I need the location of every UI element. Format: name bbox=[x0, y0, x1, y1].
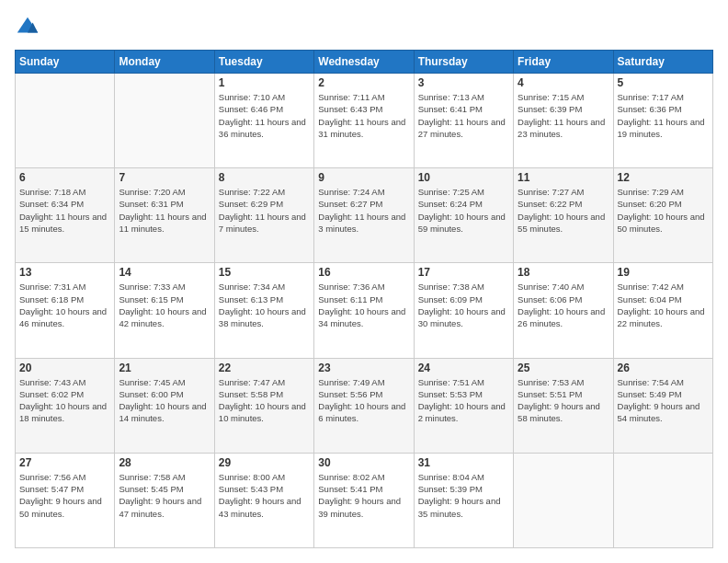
calendar-cell: 17Sunrise: 7:38 AM Sunset: 6:09 PM Dayli… bbox=[414, 263, 513, 358]
weekday-header-monday: Monday bbox=[115, 51, 214, 74]
day-number: 25 bbox=[518, 362, 609, 374]
day-number: 8 bbox=[219, 171, 310, 184]
day-number: 3 bbox=[418, 76, 509, 89]
week-row-3: 20Sunrise: 7:43 AM Sunset: 6:02 PM Dayli… bbox=[16, 358, 713, 453]
day-info: Sunrise: 7:27 AM Sunset: 6:22 PM Dayligh… bbox=[518, 186, 609, 235]
calendar-cell: 19Sunrise: 7:42 AM Sunset: 6:04 PM Dayli… bbox=[613, 263, 712, 358]
calendar-cell: 15Sunrise: 7:34 AM Sunset: 6:13 PM Dayli… bbox=[214, 263, 313, 358]
calendar-cell: 18Sunrise: 7:40 AM Sunset: 6:06 PM Dayli… bbox=[514, 263, 613, 358]
day-info: Sunrise: 7:22 AM Sunset: 6:29 PM Dayligh… bbox=[219, 186, 310, 235]
day-number: 12 bbox=[618, 171, 709, 184]
day-info: Sunrise: 7:11 AM Sunset: 6:43 PM Dayligh… bbox=[318, 91, 409, 140]
weekday-header-saturday: Saturday bbox=[613, 51, 712, 74]
day-info: Sunrise: 7:10 AM Sunset: 6:46 PM Dayligh… bbox=[219, 91, 310, 140]
day-info: Sunrise: 7:51 AM Sunset: 5:53 PM Dayligh… bbox=[418, 376, 509, 425]
calendar-cell: 9Sunrise: 7:24 AM Sunset: 6:27 PM Daylig… bbox=[314, 168, 414, 263]
day-number: 19 bbox=[618, 266, 709, 279]
week-row-2: 13Sunrise: 7:31 AM Sunset: 6:18 PM Dayli… bbox=[16, 263, 713, 358]
day-info: Sunrise: 7:13 AM Sunset: 6:41 PM Dayligh… bbox=[418, 91, 509, 140]
calendar-cell: 27Sunrise: 7:56 AM Sunset: 5:47 PM Dayli… bbox=[16, 453, 115, 547]
day-info: Sunrise: 7:56 AM Sunset: 5:47 PM Dayligh… bbox=[19, 471, 110, 520]
day-number: 18 bbox=[518, 266, 609, 279]
day-info: Sunrise: 7:38 AM Sunset: 6:09 PM Dayligh… bbox=[418, 281, 509, 329]
day-info: Sunrise: 8:02 AM Sunset: 5:41 PM Dayligh… bbox=[318, 471, 409, 520]
calendar-cell bbox=[16, 74, 115, 168]
day-number: 6 bbox=[19, 171, 110, 184]
calendar-cell: 16Sunrise: 7:36 AM Sunset: 6:11 PM Dayli… bbox=[314, 263, 414, 358]
day-info: Sunrise: 7:24 AM Sunset: 6:27 PM Dayligh… bbox=[318, 186, 409, 235]
day-number: 16 bbox=[318, 266, 409, 279]
day-number: 10 bbox=[418, 171, 509, 184]
day-number: 1 bbox=[219, 76, 310, 89]
weekday-header-sunday: Sunday bbox=[16, 51, 115, 74]
calendar-table: SundayMondayTuesdayWednesdayThursdayFrid… bbox=[15, 50, 713, 548]
calendar-cell: 10Sunrise: 7:25 AM Sunset: 6:24 PM Dayli… bbox=[414, 168, 513, 263]
day-info: Sunrise: 7:15 AM Sunset: 6:39 PM Dayligh… bbox=[518, 91, 609, 140]
weekday-header-row: SundayMondayTuesdayWednesdayThursdayFrid… bbox=[16, 51, 713, 74]
day-info: Sunrise: 8:04 AM Sunset: 5:39 PM Dayligh… bbox=[418, 471, 509, 520]
calendar-cell: 2Sunrise: 7:11 AM Sunset: 6:43 PM Daylig… bbox=[314, 74, 414, 168]
day-info: Sunrise: 7:20 AM Sunset: 6:31 PM Dayligh… bbox=[119, 186, 210, 235]
calendar-cell: 14Sunrise: 7:33 AM Sunset: 6:15 PM Dayli… bbox=[115, 263, 214, 358]
weekday-header-friday: Friday bbox=[514, 51, 613, 74]
day-info: Sunrise: 7:43 AM Sunset: 6:02 PM Dayligh… bbox=[19, 376, 110, 425]
calendar-cell bbox=[613, 453, 712, 547]
calendar-cell: 21Sunrise: 7:45 AM Sunset: 6:00 PM Dayli… bbox=[115, 358, 214, 453]
day-info: Sunrise: 7:45 AM Sunset: 6:00 PM Dayligh… bbox=[119, 376, 210, 425]
calendar-cell: 6Sunrise: 7:18 AM Sunset: 6:34 PM Daylig… bbox=[16, 168, 115, 263]
weekday-header-tuesday: Tuesday bbox=[214, 51, 313, 74]
day-info: Sunrise: 7:53 AM Sunset: 5:51 PM Dayligh… bbox=[518, 376, 609, 425]
day-number: 21 bbox=[119, 362, 210, 374]
calendar-cell bbox=[514, 453, 613, 547]
day-info: Sunrise: 7:49 AM Sunset: 5:56 PM Dayligh… bbox=[318, 376, 409, 425]
day-number: 14 bbox=[119, 266, 210, 279]
day-info: Sunrise: 7:58 AM Sunset: 5:45 PM Dayligh… bbox=[119, 471, 210, 520]
day-info: Sunrise: 7:25 AM Sunset: 6:24 PM Dayligh… bbox=[418, 186, 509, 235]
day-number: 5 bbox=[618, 76, 709, 89]
header bbox=[15, 15, 713, 40]
calendar-cell: 7Sunrise: 7:20 AM Sunset: 6:31 PM Daylig… bbox=[115, 168, 214, 263]
page: SundayMondayTuesdayWednesdayThursdayFrid… bbox=[0, 0, 728, 563]
calendar-cell: 4Sunrise: 7:15 AM Sunset: 6:39 PM Daylig… bbox=[514, 74, 613, 168]
calendar-cell: 29Sunrise: 8:00 AM Sunset: 5:43 PM Dayli… bbox=[214, 453, 313, 547]
day-info: Sunrise: 7:17 AM Sunset: 6:36 PM Dayligh… bbox=[618, 91, 709, 140]
day-number: 13 bbox=[19, 266, 110, 279]
day-info: Sunrise: 7:47 AM Sunset: 5:58 PM Dayligh… bbox=[219, 376, 310, 425]
calendar-cell: 23Sunrise: 7:49 AM Sunset: 5:56 PM Dayli… bbox=[314, 358, 414, 453]
day-info: Sunrise: 7:42 AM Sunset: 6:04 PM Dayligh… bbox=[618, 281, 709, 329]
logo bbox=[15, 15, 44, 40]
week-row-4: 27Sunrise: 7:56 AM Sunset: 5:47 PM Dayli… bbox=[16, 453, 713, 547]
weekday-header-wednesday: Wednesday bbox=[314, 51, 414, 74]
calendar-cell: 3Sunrise: 7:13 AM Sunset: 6:41 PM Daylig… bbox=[414, 74, 513, 168]
day-number: 24 bbox=[418, 362, 509, 374]
day-number: 15 bbox=[219, 266, 310, 279]
day-info: Sunrise: 7:31 AM Sunset: 6:18 PM Dayligh… bbox=[19, 281, 110, 329]
day-number: 28 bbox=[119, 456, 210, 469]
day-number: 31 bbox=[418, 456, 509, 469]
calendar-cell: 28Sunrise: 7:58 AM Sunset: 5:45 PM Dayli… bbox=[115, 453, 214, 547]
day-number: 7 bbox=[119, 171, 210, 184]
day-number: 30 bbox=[318, 456, 409, 469]
calendar-cell: 12Sunrise: 7:29 AM Sunset: 6:20 PM Dayli… bbox=[613, 168, 712, 263]
day-info: Sunrise: 7:34 AM Sunset: 6:13 PM Dayligh… bbox=[219, 281, 310, 329]
day-number: 11 bbox=[518, 171, 609, 184]
day-info: Sunrise: 7:18 AM Sunset: 6:34 PM Dayligh… bbox=[19, 186, 110, 235]
day-number: 4 bbox=[518, 76, 609, 89]
calendar-cell bbox=[115, 74, 214, 168]
calendar-cell: 8Sunrise: 7:22 AM Sunset: 6:29 PM Daylig… bbox=[214, 168, 313, 263]
calendar-cell: 26Sunrise: 7:54 AM Sunset: 5:49 PM Dayli… bbox=[613, 358, 712, 453]
calendar-cell: 13Sunrise: 7:31 AM Sunset: 6:18 PM Dayli… bbox=[16, 263, 115, 358]
day-info: Sunrise: 7:29 AM Sunset: 6:20 PM Dayligh… bbox=[618, 186, 709, 235]
calendar-cell: 24Sunrise: 7:51 AM Sunset: 5:53 PM Dayli… bbox=[414, 358, 513, 453]
day-info: Sunrise: 7:54 AM Sunset: 5:49 PM Dayligh… bbox=[618, 376, 709, 425]
day-number: 26 bbox=[618, 362, 709, 374]
day-info: Sunrise: 7:36 AM Sunset: 6:11 PM Dayligh… bbox=[318, 281, 409, 329]
calendar-cell: 11Sunrise: 7:27 AM Sunset: 6:22 PM Dayli… bbox=[514, 168, 613, 263]
calendar-cell: 25Sunrise: 7:53 AM Sunset: 5:51 PM Dayli… bbox=[514, 358, 613, 453]
calendar-cell: 22Sunrise: 7:47 AM Sunset: 5:58 PM Dayli… bbox=[214, 358, 313, 453]
day-number: 20 bbox=[19, 362, 110, 374]
day-info: Sunrise: 7:33 AM Sunset: 6:15 PM Dayligh… bbox=[119, 281, 210, 329]
weekday-header-thursday: Thursday bbox=[414, 51, 513, 74]
day-number: 17 bbox=[418, 266, 509, 279]
calendar-cell: 5Sunrise: 7:17 AM Sunset: 6:36 PM Daylig… bbox=[613, 74, 712, 168]
